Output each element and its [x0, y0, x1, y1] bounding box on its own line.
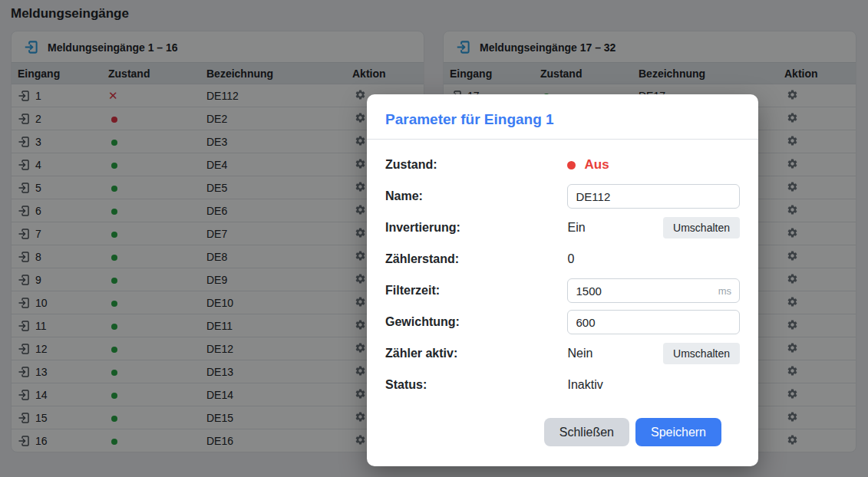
field-invertierung: Invertierung: Ein Umschalten: [385, 216, 740, 239]
status-dot-icon: [567, 161, 576, 169]
zaehlerstand-value: 0: [567, 252, 574, 266]
field-label: Zählerstand:: [385, 252, 567, 266]
field-label: Status:: [385, 378, 567, 392]
zustand-value: Aus: [584, 157, 609, 173]
field-label: Zustand:: [385, 158, 567, 172]
modal-body: Zustand: Aus Name: Invertierung: Ein Ums…: [367, 140, 758, 446]
field-label: Filterzeit:: [385, 284, 567, 298]
filterzeit-input[interactable]: [567, 278, 740, 303]
modal-title: Parameter für Eingang 1: [367, 94, 758, 140]
field-filterzeit: Filterzeit: ms: [385, 279, 740, 302]
modal-footer: Schließen Speichern: [385, 405, 740, 446]
parameter-modal: Parameter für Eingang 1 Zustand: Aus Nam…: [367, 94, 758, 466]
name-input[interactable]: [567, 184, 740, 209]
field-label: Gewichtung:: [385, 315, 567, 329]
unit-suffix: ms: [718, 285, 731, 297]
field-zaehlerstand: Zählerstand: 0: [385, 248, 740, 271]
field-zaehler-aktiv: Zähler aktiv: Nein Umschalten: [385, 342, 740, 365]
status-value: Inaktiv: [567, 378, 602, 392]
field-name: Name:: [385, 185, 740, 208]
field-label: Name:: [385, 189, 567, 203]
invertierung-value: Ein: [567, 221, 585, 235]
field-label: Zähler aktiv:: [385, 347, 567, 360]
field-gewichtung: Gewichtung:: [385, 311, 740, 334]
save-button[interactable]: Speichern: [635, 418, 721, 446]
gewichtung-input[interactable]: [567, 310, 740, 334]
zaehler-aktiv-toggle-button[interactable]: Umschalten: [663, 343, 740, 364]
field-label: Invertierung:: [385, 221, 567, 235]
zaehler-aktiv-value: Nein: [567, 347, 592, 360]
close-button[interactable]: Schließen: [544, 418, 629, 446]
invertierung-toggle-button[interactable]: Umschalten: [663, 217, 740, 238]
field-status: Status: Inaktiv: [385, 373, 740, 396]
field-zustand: Zustand: Aus: [385, 153, 740, 176]
